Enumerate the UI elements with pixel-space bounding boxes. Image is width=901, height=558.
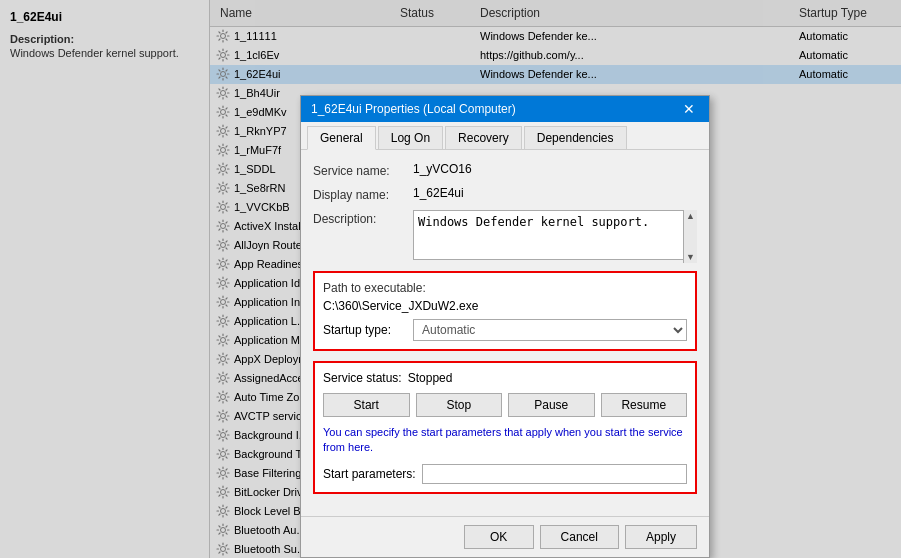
ok-button[interactable]: OK <box>464 525 534 549</box>
display-name-label: Display name: <box>313 186 413 202</box>
start-params-row: Start parameters: <box>323 464 687 484</box>
description-textarea[interactable] <box>413 210 697 260</box>
modal-tabs: GeneralLog OnRecoveryDependencies <box>301 122 709 150</box>
modal-close-button[interactable]: ✕ <box>679 102 699 116</box>
properties-dialog: 1_62E4ui Properties (Local Computer) ✕ G… <box>300 95 710 558</box>
startup-label: Startup type: <box>323 323 413 337</box>
startup-row: Startup type: Automatic <box>323 319 687 341</box>
stop-button[interactable]: Stop <box>416 393 503 417</box>
tab-log-on[interactable]: Log On <box>378 126 443 149</box>
modal-body: Service name: 1_yVCO16 Display name: 1_6… <box>301 150 709 516</box>
status-row: Service status: Stopped <box>323 371 687 385</box>
desc-label: Description: <box>313 210 413 226</box>
start-button[interactable]: Start <box>323 393 410 417</box>
service-name-row: Service name: 1_yVCO16 <box>313 162 697 178</box>
tab-dependencies[interactable]: Dependencies <box>524 126 627 149</box>
resume-button[interactable]: Resume <box>601 393 688 417</box>
path-value: C:\360\Service_JXDuW2.exe <box>323 299 687 313</box>
tab-recovery[interactable]: Recovery <box>445 126 522 149</box>
path-section: Path to executable: C:\360\Service_JXDuW… <box>313 271 697 351</box>
display-name-value: 1_62E4ui <box>413 186 697 200</box>
pause-button[interactable]: Pause <box>508 393 595 417</box>
status-section: Service status: Stopped Start Stop Pause… <box>313 361 697 494</box>
status-label: Service status: <box>323 371 402 385</box>
status-value: Stopped <box>408 371 453 385</box>
modal-title: 1_62E4ui Properties (Local Computer) <box>311 102 516 116</box>
hint-text: You can specify the start parameters tha… <box>323 425 687 456</box>
apply-button[interactable]: Apply <box>625 525 697 549</box>
tab-general[interactable]: General <box>307 126 376 150</box>
service-name-value: 1_yVCO16 <box>413 162 697 176</box>
display-name-row: Display name: 1_62E4ui <box>313 186 697 202</box>
startup-select[interactable]: Automatic <box>413 319 687 341</box>
cancel-button[interactable]: Cancel <box>540 525 619 549</box>
modal-titlebar: 1_62E4ui Properties (Local Computer) ✕ <box>301 96 709 122</box>
start-params-label: Start parameters: <box>323 467 416 481</box>
service-buttons: Start Stop Pause Resume <box>323 393 687 417</box>
path-label: Path to executable: <box>323 281 687 295</box>
description-row: Description: ▲ ▼ <box>313 210 697 263</box>
start-params-input[interactable] <box>422 464 687 484</box>
service-name-label: Service name: <box>313 162 413 178</box>
modal-footer: OK Cancel Apply <box>301 516 709 557</box>
modal-overlay: 1_62E4ui Properties (Local Computer) ✕ G… <box>0 0 901 558</box>
